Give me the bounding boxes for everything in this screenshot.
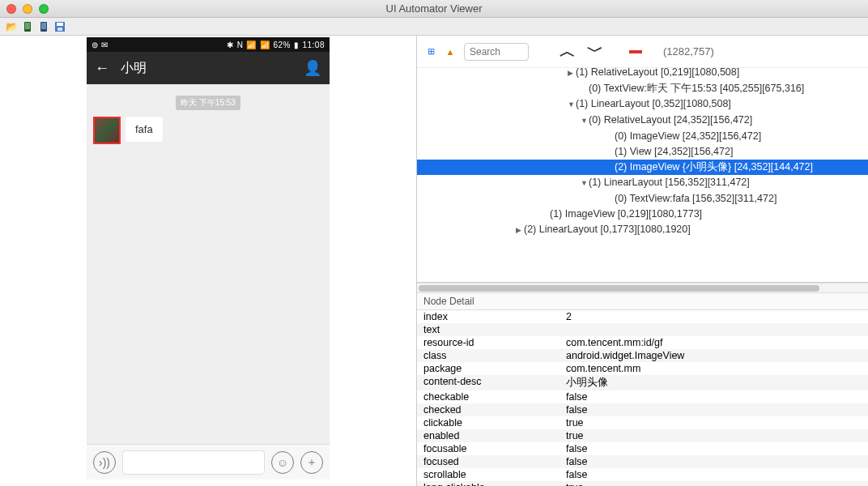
detail-value: 2 [560,310,868,323]
tree-node[interactable]: ▶(2) LinearLayout [0,1773][1080,1920] [417,222,868,238]
next-match-button[interactable]: ﹀ [585,42,605,62]
signal-icon: 📶 [260,40,270,49]
battery-icon: ▮ [294,40,300,49]
detail-value: false [560,468,868,481]
detail-key: package [417,362,560,375]
toolbar: 📂 [0,18,868,36]
plus-button[interactable]: ＋ [300,451,323,474]
tree-node[interactable]: (1) View [24,352][156,472] [417,144,868,160]
detail-value: com.tencent.mm [560,362,868,375]
detail-key: clickable [417,416,560,429]
tree-node[interactable]: (2) ImageView {小明头像} [24,352][144,472] [417,160,868,175]
detail-value: false [560,455,868,468]
chat-title: 小明 [121,60,304,77]
detail-row[interactable]: checkedfalse [417,403,868,416]
time-text: 11:08 [302,40,325,49]
battery-text: 62% [273,40,291,49]
svg-rect-3 [41,23,46,29]
detail-key: focused [417,455,560,468]
main-split: ⊚ ✉ ✱ N 📶 📶 62% ▮ 11:08 ← 小明 👤 [0,36,868,486]
tree-node[interactable]: (1) ImageView [0,219][1080,1773] [417,207,868,222]
detail-value: true [560,429,868,442]
mail-icon: ✉ [101,40,108,49]
detail-key: scrollable [417,468,560,481]
emoji-button[interactable]: ☺ [271,451,294,474]
detail-key: enabled [417,429,560,442]
detail-value: false [560,442,868,455]
detail-header: Node Detail [417,292,868,310]
save-button[interactable] [53,20,66,33]
detail-row[interactable]: index2 [417,310,868,323]
svg-rect-5 [57,23,63,26]
hierarchy-tree[interactable]: ▶(1) RelativeLayout [0,219][1080,508](0)… [417,68,868,283]
coordinates-label: (1282,757) [663,45,714,58]
tree-node[interactable]: ▼(0) RelativeLayout [24,352][156,472] [417,113,868,129]
tree-node[interactable]: (0) TextView:昨天 下午15:53 [405,255][675,31… [417,81,868,96]
wifi-off-icon: 📶 [246,40,257,49]
detail-row[interactable]: resource-idcom.tencent.mm:id/gf [417,336,868,349]
prev-match-button[interactable]: ︿ [558,42,577,62]
tree-node[interactable]: ▶(1) RelativeLayout [0,219][1080,508] [417,68,868,81]
detail-key: checked [417,403,560,416]
detail-value: true [560,481,868,486]
device-screenshot[interactable]: ⊚ ✉ ✱ N 📶 📶 62% ▮ 11:08 ← 小明 👤 [87,37,330,480]
node-detail-table: index2textresource-idcom.tencent.mm:id/g… [417,310,868,486]
voice-button[interactable]: ›)) [93,451,116,474]
tree-node[interactable]: ▼(1) LinearLayout [0,352][1080,508] [417,96,868,113]
svg-rect-1 [25,23,30,29]
detail-row[interactable]: text [417,323,868,336]
weibo-icon: ⊚ [91,40,98,49]
bluetooth-icon: ✱ [227,40,234,49]
detail-row[interactable]: packagecom.tencent.mm [417,362,868,375]
detail-key: text [417,323,560,336]
detail-row[interactable]: long-clickabletrue [417,481,868,486]
horizontal-scrollbar[interactable] [417,283,868,292]
tree-node[interactable]: (0) ImageView [24,352][156,472] [417,129,868,144]
detail-value: 小明头像 [560,375,868,390]
detail-key: index [417,310,560,323]
device-dump-button[interactable] [37,20,50,33]
search-input[interactable] [464,43,529,61]
message-bubble: fafa [126,117,163,142]
tree-node[interactable]: (0) TextView:fafa [156,352][311,472] [417,191,868,207]
detail-row[interactable]: enabledtrue [417,429,868,442]
hierarchy-pane: ⊞ ▲ ︿ ﹀ (1282,757) ▶(1) RelativeLayout [… [417,36,868,486]
remove-icon[interactable] [629,50,642,53]
chat-input-bar: ›)) ☺ ＋ [87,444,330,480]
detail-row[interactable]: focusedfalse [417,455,868,468]
detail-row[interactable]: checkablefalse [417,390,868,403]
window-title: UI Automator Viewer [0,2,868,15]
detail-value: false [560,403,868,416]
detail-key: content-desc [417,375,560,390]
profile-icon[interactable]: 👤 [304,59,321,77]
avatar-selected[interactable] [93,117,121,144]
expand-all-icon[interactable]: ⊞ [425,46,436,58]
titlebar: UI Automator Viewer [0,0,868,18]
detail-key: checkable [417,390,560,403]
chat-header: ← 小明 👤 [87,52,330,84]
tree-node[interactable]: ▼(1) LinearLayout [156,352][311,472] [417,175,868,191]
device-statusbar: ⊚ ✉ ✱ N 📶 📶 62% ▮ 11:08 [87,37,330,52]
svg-rect-6 [57,28,62,31]
back-button[interactable]: ← [95,60,109,77]
detail-row[interactable]: clickabletrue [417,416,868,429]
detail-key: resource-id [417,336,560,349]
chat-timestamp: 昨天 下午15:53 [176,96,240,110]
detail-value: android.widget.ImageView [560,349,868,362]
message-row: fafa [93,117,323,144]
detail-value: com.tencent.mm:id/gf [560,336,868,349]
detail-value: true [560,416,868,429]
device-screenshot-button[interactable] [21,20,34,33]
detail-row[interactable]: content-desc小明头像 [417,375,868,390]
detail-row[interactable]: scrollablefalse [417,468,868,481]
warning-icon[interactable]: ▲ [445,46,456,58]
network-icon: N [237,40,244,49]
chat-body: 昨天 下午15:53 fafa [87,84,330,444]
detail-row[interactable]: focusablefalse [417,442,868,455]
detail-key: focusable [417,442,560,455]
search-toolbar: ⊞ ▲ ︿ ﹀ (1282,757) [417,36,868,68]
detail-value: false [560,390,868,403]
open-folder-button[interactable]: 📂 [5,20,18,33]
detail-row[interactable]: classandroid.widget.ImageView [417,349,868,362]
message-input[interactable] [122,450,265,475]
